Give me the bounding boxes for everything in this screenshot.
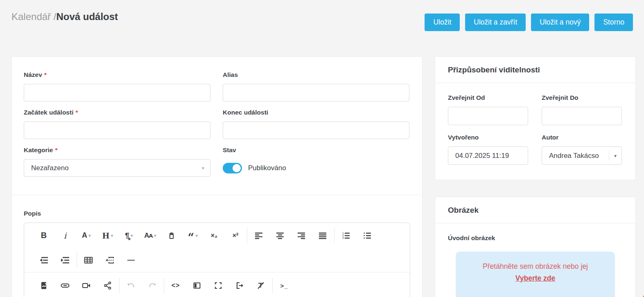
author-selected-value: Andrea Takácso xyxy=(542,152,609,160)
alias-label: Alias xyxy=(223,71,409,79)
chevron-down-icon: ▾ xyxy=(609,153,621,159)
publish-to-label: Zveřejnit Do xyxy=(542,94,622,101)
save-and-new-button[interactable]: Uložit a nový xyxy=(531,14,589,31)
dropzone-text: Přetáhněte sem obrázek nebo jej xyxy=(462,261,608,272)
fullscreen-icon[interactable] xyxy=(208,278,229,293)
superscript-icon[interactable]: ×² xyxy=(225,228,246,243)
event-form-card: Název* Alias Začátek události* Konec udá… xyxy=(11,56,423,297)
toolbar-separator xyxy=(119,278,120,293)
columns-icon[interactable] xyxy=(186,278,208,293)
delete-icon[interactable] xyxy=(161,228,182,243)
link-icon[interactable] xyxy=(54,278,76,293)
outdent-icon[interactable] xyxy=(33,253,54,268)
terminal-icon[interactable]: >_ xyxy=(273,278,295,293)
field-kategorie: Kategorie* Nezařazeno ▾ xyxy=(24,146,210,177)
stav-label: Stav xyxy=(223,146,409,154)
breadcrumb-section[interactable]: Kalendář / xyxy=(11,11,56,22)
toggle-knob xyxy=(233,164,241,172)
video-icon[interactable] xyxy=(76,278,97,293)
align-right-icon[interactable] xyxy=(291,228,312,243)
toolbar-separator xyxy=(272,278,273,293)
save-and-close-button[interactable]: Uložit a zavřít xyxy=(465,14,526,31)
font-size-icon[interactable]: Aᴀ▾ xyxy=(140,228,161,243)
insert-image-icon[interactable] xyxy=(33,278,54,293)
stav-toggle-row: Publikováno xyxy=(223,159,409,177)
visibility-fields: Zveřejnit Od Zveřejnit Do Vytvořeno Auto… xyxy=(435,83,635,180)
field-publish-from: Zveřejnit Od xyxy=(448,94,528,125)
code-icon[interactable]: <> xyxy=(165,278,186,293)
share-icon[interactable] xyxy=(97,278,118,293)
nazev-label: Název* xyxy=(24,71,210,79)
intro-image-label: Úvodní obrázek xyxy=(448,234,623,242)
heading-icon[interactable]: H▾ xyxy=(97,228,118,243)
publish-from-label: Zveřejnit Od xyxy=(448,94,528,101)
subscript-icon[interactable]: ×₂ xyxy=(203,228,225,243)
breadcrumb: Kalendář /Nová událost xyxy=(11,11,118,23)
created-label: Vytvořeno xyxy=(448,134,528,141)
font-style-icon[interactable]: A◆▾ xyxy=(76,228,97,243)
undo-icon[interactable] xyxy=(120,278,142,293)
action-buttons: Uložit Uložit a zavřít Uložit a nový Sto… xyxy=(425,14,633,31)
horizontal-rule-icon[interactable]: — xyxy=(120,253,142,268)
field-stav: Stav Publikováno xyxy=(223,146,409,177)
unordered-list-icon[interactable] xyxy=(357,228,378,243)
required-marker: * xyxy=(75,109,78,116)
author-label: Autor xyxy=(542,134,622,141)
konec-input[interactable] xyxy=(223,122,409,139)
align-left-icon[interactable] xyxy=(248,228,269,243)
visibility-panel-title: Přizpůsobení viditelnosti xyxy=(435,57,635,83)
field-created: Vytvořeno xyxy=(448,134,528,165)
save-button[interactable]: Uložit xyxy=(425,14,460,31)
toolbar-separator xyxy=(164,278,164,293)
ordered-list-icon[interactable]: 123 xyxy=(335,228,357,243)
field-publish-to: Zveřejnit Do xyxy=(542,94,622,125)
zacatek-input[interactable] xyxy=(24,122,210,139)
alias-input[interactable] xyxy=(223,84,409,101)
editor-toolbar-row-1: B i A◆▾ H▾ ¶★▾ Aᴀ▾ “▾ ×₂ ×² xyxy=(24,223,410,248)
paragraph-format-icon[interactable]: ¶★▾ xyxy=(118,228,140,243)
toolbar-separator xyxy=(77,252,77,268)
publish-toggle[interactable] xyxy=(223,163,242,173)
clear-format-icon[interactable] xyxy=(250,278,271,293)
cancel-button[interactable]: Storno xyxy=(594,14,633,31)
kategorie-label: Kategorie* xyxy=(24,146,210,154)
sidebar: Přizpůsobení viditelnosti Zveřejnit Od Z… xyxy=(435,56,636,297)
page-break-icon[interactable] xyxy=(99,253,120,268)
italic-icon[interactable]: i xyxy=(54,228,76,243)
page-header: Kalendář /Nová událost Uložit Uložit a z… xyxy=(0,0,644,56)
event-fields: Název* Alias Začátek události* Konec udá… xyxy=(12,57,422,195)
svg-text:3: 3 xyxy=(342,236,344,239)
popis-label: Popis xyxy=(24,210,410,217)
editor-toolbar-row-2: — xyxy=(24,248,410,272)
konec-label: Konec události xyxy=(223,109,409,116)
field-author: Autor Andrea Takácso ▾ xyxy=(542,134,622,165)
export-icon[interactable] xyxy=(229,278,250,293)
publish-from-input[interactable] xyxy=(448,107,528,125)
editor-toolbar-row-3: <> >_ xyxy=(24,272,410,297)
zacatek-label: Začátek události* xyxy=(24,109,210,116)
align-center-icon[interactable] xyxy=(269,228,291,243)
toolbar-separator xyxy=(334,228,334,243)
image-panel-title: Obrázek xyxy=(435,197,635,223)
publish-toggle-label: Publikováno xyxy=(248,164,286,172)
redo-icon[interactable] xyxy=(142,278,163,293)
created-input[interactable] xyxy=(448,146,528,165)
table-icon[interactable] xyxy=(78,253,99,268)
nazev-input[interactable] xyxy=(24,84,210,101)
field-alias: Alias xyxy=(223,71,409,101)
blockquote-icon[interactable]: “▾ xyxy=(182,228,203,243)
indent-icon[interactable] xyxy=(54,253,76,268)
align-justify-icon[interactable] xyxy=(312,228,333,243)
image-dropzone[interactable]: Přetáhněte sem obrázek nebo jej Vyberte … xyxy=(456,252,615,297)
visibility-panel: Přizpůsobení viditelnosti Zveřejnit Od Z… xyxy=(435,56,636,180)
image-panel-body: Úvodní obrázek Přetáhněte sem obrázek ne… xyxy=(435,223,635,297)
field-zacatek: Začátek události* xyxy=(24,109,210,139)
publish-to-input[interactable] xyxy=(542,107,622,125)
popis-section: Popis B i A◆▾ H▾ ¶★▾ Aᴀ▾ “▾ ×₂ ×² xyxy=(12,195,422,297)
bold-icon[interactable]: B xyxy=(33,228,54,243)
main-layout: Název* Alias Začátek události* Konec udá… xyxy=(0,56,644,297)
author-select[interactable]: Andrea Takácso ▾ xyxy=(542,146,622,165)
toolbar-separator xyxy=(247,228,247,243)
kategorie-select[interactable]: Nezařazeno ▾ xyxy=(24,159,210,177)
dropzone-select-link[interactable]: Vyberte zde xyxy=(515,274,556,283)
